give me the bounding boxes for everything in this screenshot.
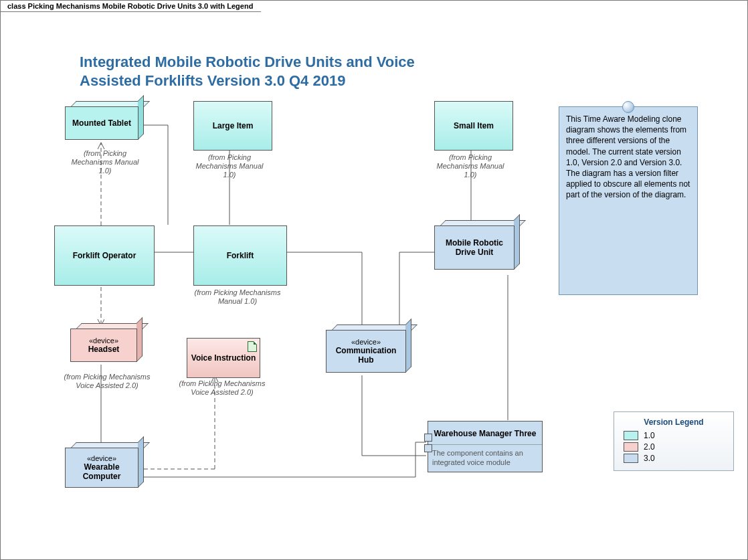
node-wearable-computer: «device» Wearable Computer <box>65 448 138 488</box>
pin-icon <box>622 101 634 113</box>
label: Wearable Computer <box>68 462 135 481</box>
legend-label: 3.0 <box>644 454 655 463</box>
legend-title: Version Legend <box>624 417 724 427</box>
diagram-title: Integrated Mobile Robotic Drive Units an… <box>80 53 454 90</box>
node-forklift-operator: Forklift Operator <box>54 225 155 286</box>
legend-row: 1.0 <box>624 431 724 440</box>
label: Forklift Operator <box>58 251 151 260</box>
node-forklift: Forklift <box>193 225 287 286</box>
node-warehouse-manager-three: Warehouse Manager Three The component co… <box>428 421 543 472</box>
artifact-icon <box>248 341 257 352</box>
caption-headset: (from Picking Mechanisms Voice Assisted … <box>64 373 151 390</box>
caption-small-item: (from Picking Mechanisms Manual 1.0) <box>430 153 510 180</box>
swatch-icon <box>624 454 638 463</box>
label: Headset <box>74 345 134 354</box>
label: Mounted Tablet <box>68 118 135 128</box>
label: Mobile Robotic Drive Unit <box>438 238 511 257</box>
note-box: This Time Aware Modeling clone diagram s… <box>559 106 698 295</box>
diagram-canvas: class Picking Mechanisms Mobile Robotic … <box>0 0 748 560</box>
stereotype: «device» <box>329 338 403 346</box>
component-port-icon <box>424 444 432 452</box>
label: Large Item <box>197 121 269 130</box>
label: Warehouse Manager Three <box>434 429 537 438</box>
legend-label: 2.0 <box>644 442 655 452</box>
version-legend: Version Legend 1.0 2.0 3.0 <box>614 411 734 471</box>
node-voice-instruction: Voice Instruction <box>187 338 260 378</box>
node-comm-hub: «device» Communication Hub <box>326 330 406 373</box>
component-port-icon <box>424 434 432 442</box>
node-mrdu: Mobile Robotic Drive Unit <box>434 225 515 270</box>
legend-row: 3.0 <box>624 454 724 463</box>
swatch-icon <box>624 442 638 452</box>
swatch-icon <box>624 431 638 440</box>
caption-voice-instruction: (from Picking Mechanisms Voice Assisted … <box>179 379 266 397</box>
caption-large-item: (from Picking Mechanisms Manual 1.0) <box>189 153 270 180</box>
node-small-item: Small Item <box>434 101 513 151</box>
label: Voice Instruction <box>190 353 257 363</box>
stereotype: «device» <box>68 454 135 462</box>
caption-forklift: (from Picking Mechanisms Manual 1.0) <box>191 288 284 306</box>
node-mounted-tablet: Mounted Tablet <box>65 106 138 140</box>
label: Forklift <box>197 251 284 260</box>
node-large-item: Large Item <box>193 101 272 151</box>
caption-mounted-tablet: (from Picking Mechanisms Manual 1.0) <box>65 149 145 176</box>
label: Small Item <box>438 121 510 130</box>
legend-label: 1.0 <box>644 431 655 440</box>
stereotype: «device» <box>74 337 134 345</box>
node-headset: «device» Headset <box>70 329 137 362</box>
label: Communication Hub <box>329 346 403 365</box>
legend-row: 2.0 <box>624 442 724 452</box>
note-text: This Time Aware Modeling clone diagram s… <box>566 114 690 199</box>
diagram-tab: class Picking Mechanisms Mobile Robotic … <box>1 1 262 12</box>
component-note: The component contains an integrated voi… <box>428 444 542 472</box>
